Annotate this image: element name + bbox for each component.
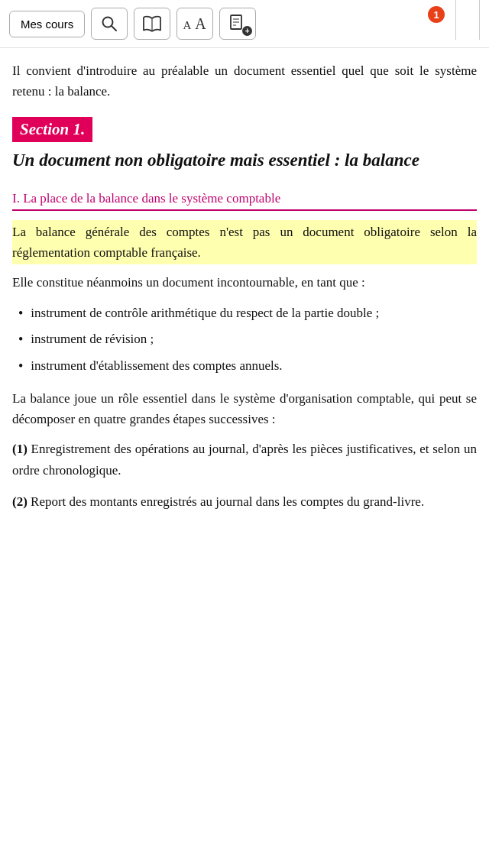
list-item: instrument de révision ; [12, 329, 477, 351]
numbered-paragraph-1-num: (1) [12, 442, 31, 456]
highlighted-paragraph: La balance générale des comptes n'est pa… [12, 220, 477, 264]
toolbar: Mes cours A A + [0, 0, 489, 48]
numbered-paragraph-1-text: Enregistrement des opérations au journal… [12, 442, 477, 477]
add-document-button[interactable]: + [219, 8, 256, 40]
search-button[interactable] [91, 8, 128, 40]
section-label: Section 1. [12, 117, 92, 142]
font-size-button[interactable]: A A [176, 8, 213, 40]
after-highlight-paragraph: Elle constitue néanmoins un document inc… [12, 272, 477, 293]
sub-section-heading: I. La place de la balance dans le systèm… [12, 189, 477, 212]
intro-paragraph: Il convient d'introduire au préalable un… [12, 60, 477, 102]
numbered-paragraph-2-text: Report des montants enregistrés au journ… [31, 494, 424, 509]
svg-line-1 [112, 26, 116, 31]
section-header-block: Section 1. Un document non obligatoire m… [12, 117, 477, 173]
list-item: instrument de contrôle arithmétique du r… [12, 303, 477, 325]
numbered-paragraph-2-num: (2) [12, 494, 31, 509]
numbered-paragraph-1: (1) Enregistrement des opérations au jou… [12, 439, 477, 480]
book-button[interactable] [134, 8, 170, 40]
search-icon [101, 15, 118, 32]
font-icon-label: A A [183, 15, 207, 33]
main-content: Il convient d'introduire au préalable un… [0, 48, 489, 541]
list-item: instrument d'établissement des comptes a… [12, 355, 477, 377]
notification-badge: 1 [428, 6, 445, 23]
balance-role-paragraph: La balance joue un rôle essentiel dans l… [12, 388, 477, 429]
bullet-list: instrument de contrôle arithmétique du r… [12, 303, 477, 377]
plus-badge: + [242, 26, 252, 36]
mes-cours-button[interactable]: Mes cours [9, 11, 85, 37]
section-title: Un document non obligatoire mais essenti… [12, 148, 419, 173]
book-icon [142, 15, 162, 32]
numbered-paragraph-2: (2) Report des montants enregistrés au j… [12, 491, 477, 512]
